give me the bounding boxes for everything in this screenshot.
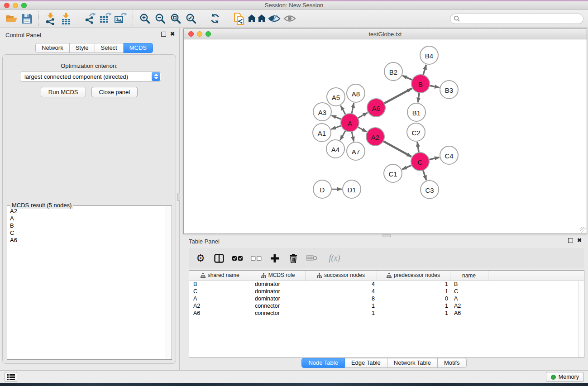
table-scrollbar[interactable] — [578, 281, 584, 357]
tab-network-table[interactable]: Network Table — [387, 358, 438, 368]
refresh-view-icon[interactable] — [207, 11, 223, 26]
graph-node-A7[interactable]: A7 — [347, 142, 365, 160]
tab-network[interactable]: Network — [35, 43, 70, 53]
table-cell[interactable]: C — [450, 288, 488, 295]
graph-edge-A-A6[interactable] — [358, 113, 368, 119]
resize-grip-icon[interactable] — [580, 227, 586, 233]
mcds-result-scrollbar[interactable] — [165, 206, 171, 359]
mcds-result-item[interactable]: C — [8, 229, 165, 237]
tab-edge-table[interactable]: Edge Table — [345, 358, 387, 368]
hide-panels-eye-icon[interactable] — [267, 11, 282, 26]
graph-node-A3[interactable]: A3 — [313, 103, 331, 121]
graph-edge-A-A1[interactable] — [331, 125, 342, 129]
graph-edge-A-A3[interactable] — [332, 115, 342, 119]
export-table-icon[interactable] — [98, 11, 113, 26]
criterion-select[interactable]: largest connected component (directed) — [20, 71, 161, 82]
graph-node-B2[interactable]: B2 — [384, 62, 402, 81]
graph-node-B3[interactable]: B3 — [440, 81, 458, 99]
task-history-button[interactable] — [5, 372, 17, 382]
export-image-icon[interactable] — [113, 11, 129, 26]
show-eye-icon[interactable] — [282, 11, 297, 26]
graph-node-C[interactable]: C — [411, 152, 429, 171]
split-view-icon[interactable] — [214, 253, 225, 264]
table-cell[interactable]: connector — [251, 302, 305, 310]
search-input[interactable] — [450, 14, 583, 24]
delete-column-trash-icon[interactable] — [288, 253, 299, 264]
save-session-icon[interactable] — [19, 11, 34, 26]
import-table-icon[interactable] — [58, 11, 74, 26]
tab-motifs[interactable]: Motifs — [438, 358, 467, 368]
graph-edge-A-A7[interactable] — [352, 131, 354, 142]
graph-edge-A-A4[interactable] — [340, 130, 346, 140]
graph-node-C3[interactable]: C3 — [421, 181, 439, 199]
graph-edge-A-A2[interactable] — [358, 127, 367, 132]
table-cell[interactable]: A2 — [189, 302, 251, 310]
column-header-successor-nodes[interactable]: successor nodes — [305, 271, 377, 281]
network-canvas[interactable]: A5A8A3AA1A4A7A6A2B2B4BB3B1C2CC4C1C3DD1 — [184, 39, 587, 234]
graph-node-C1[interactable]: C1 — [384, 164, 402, 182]
run-mcds-button[interactable]: Run MCDS — [41, 87, 86, 97]
export-network-icon[interactable] — [82, 11, 98, 26]
tab-select[interactable]: Select — [95, 43, 124, 53]
graph-node-A1[interactable]: A1 — [313, 124, 331, 142]
graph-edge-A-A5[interactable] — [341, 105, 346, 115]
duplicate-network-icon[interactable] — [231, 11, 247, 26]
column-header-name[interactable]: name — [450, 271, 488, 281]
graph-node-B4[interactable]: B4 — [420, 46, 438, 64]
graph-node-B[interactable]: B — [411, 75, 430, 93]
close-panel-icon[interactable]: ✖ — [170, 31, 175, 37]
import-network-icon[interactable] — [43, 11, 58, 26]
graph-edge-A-A8[interactable] — [352, 103, 354, 114]
deselect-all-checkboxes-icon[interactable] — [251, 253, 262, 264]
float-table-panel-icon[interactable] — [568, 238, 573, 243]
graph-edge-C-C2[interactable] — [417, 142, 419, 153]
zoom-fit-icon[interactable] — [168, 11, 183, 26]
graph-edge-B-B1[interactable] — [418, 92, 419, 102]
graph-edge-C-C3[interactable] — [423, 170, 426, 180]
table-cell[interactable]: A6 — [189, 310, 251, 317]
graph-node-A6[interactable]: A6 — [367, 99, 385, 117]
zoom-in-icon[interactable] — [137, 11, 153, 26]
table-row[interactable]: Bdominator41B — [189, 281, 584, 288]
graph-node-C4[interactable]: C4 — [440, 146, 458, 164]
graph-edge-B-B2[interactable] — [402, 76, 413, 80]
graph-node-A[interactable]: A — [341, 114, 359, 132]
table-cell[interactable]: 0 — [377, 295, 450, 302]
graph-node-D1[interactable]: D1 — [343, 180, 361, 198]
table-cell[interactable]: A6 — [450, 310, 488, 317]
table-cell[interactable]: A2 — [450, 302, 488, 310]
home-icon[interactable] — [247, 11, 267, 26]
mcds-result-item[interactable]: A2 — [8, 208, 165, 215]
table-cell[interactable]: A — [450, 295, 488, 302]
graph-node-B1[interactable]: B1 — [407, 103, 425, 121]
table-row[interactable]: A2connector11A2 — [189, 302, 584, 310]
tab-mcds[interactable]: MCDS — [124, 43, 153, 53]
mcds-result-item[interactable]: B — [8, 222, 165, 229]
column-header-mcds-role[interactable]: MCDS role — [251, 271, 305, 281]
mcds-result-item[interactable]: A6 — [8, 237, 165, 244]
column-header-predecessor-nodes[interactable]: predecessor nodes — [377, 271, 450, 281]
memory-button[interactable]: Memory — [546, 372, 584, 382]
table-cell[interactable]: 8 — [305, 295, 377, 302]
graph-node-C2[interactable]: C2 — [407, 123, 425, 141]
select-all-checkboxes-icon[interactable] — [232, 253, 243, 264]
graph-node-D[interactable]: D — [313, 180, 331, 198]
graph-edge-B-B4[interactable] — [423, 65, 426, 76]
mcds-result-item[interactable]: A — [8, 215, 165, 222]
table-cell[interactable]: B — [450, 281, 488, 288]
table-cell[interactable]: dominator — [251, 295, 305, 302]
close-panel-button[interactable]: Close panel — [91, 87, 138, 97]
table-cell[interactable]: C — [189, 288, 251, 295]
table-cell[interactable]: 1 — [377, 288, 450, 295]
graph-edge-B-B3[interactable] — [429, 86, 440, 88]
graph-node-A8[interactable]: A8 — [347, 84, 365, 102]
table-cell[interactable]: dominator — [251, 281, 305, 288]
table-cell[interactable]: 1 — [305, 302, 377, 310]
table-cell[interactable]: 4 — [305, 288, 377, 295]
tab-style[interactable]: Style — [70, 43, 95, 53]
table-cell[interactable]: connector — [251, 310, 305, 317]
table-cell[interactable]: B — [189, 281, 251, 288]
graph-node-A5[interactable]: A5 — [327, 88, 345, 106]
table-cell[interactable]: 1 — [377, 302, 450, 310]
table-cell[interactable]: 1 — [377, 310, 450, 317]
